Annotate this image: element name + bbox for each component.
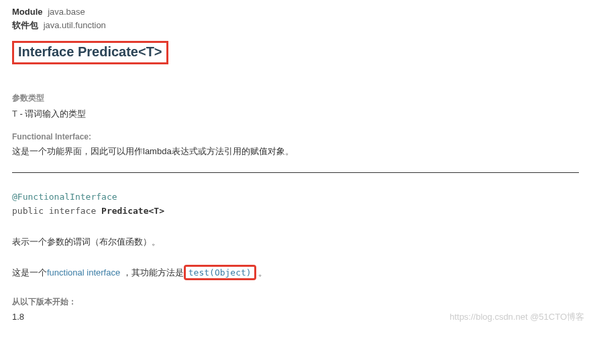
type-param-desc: - 谓词输入的类型 bbox=[17, 109, 87, 119]
annotation-link[interactable]: @FunctionalInterface bbox=[12, 190, 579, 204]
divider bbox=[12, 172, 579, 173]
package-link[interactable]: java.util.function bbox=[44, 20, 106, 30]
since-label: 从以下版本开始： bbox=[12, 296, 579, 308]
module-line: Module java.base bbox=[12, 7, 579, 17]
module-link[interactable]: java.base bbox=[48, 7, 85, 17]
type-params-label: 参数类型 bbox=[12, 93, 579, 104]
desc2-mid: ，其功能方法是 bbox=[120, 267, 184, 278]
page-title: Interface Predicate<T> bbox=[18, 44, 162, 60]
functional-interface-link[interactable]: functional interface bbox=[47, 267, 120, 278]
type-param-name: T bbox=[12, 109, 17, 119]
signature-name: Predicate<T> bbox=[101, 206, 164, 216]
package-line: 软件包 java.util.function bbox=[12, 19, 579, 32]
type-param-line: T - 谓词输入的类型 bbox=[12, 108, 579, 120]
desc2-suffix: 。 bbox=[256, 267, 268, 278]
description-1: 表示一个参数的谓词（布尔值函数）。 bbox=[12, 236, 579, 248]
method-highlight-box: test(Object) bbox=[184, 265, 256, 280]
functional-interface-label: Functional Interface: bbox=[12, 132, 579, 141]
package-label: 软件包 bbox=[12, 20, 38, 30]
watermark: https://blog.csdn.net @51CTO博客 bbox=[449, 311, 584, 323]
title-highlight-box: Interface Predicate<T> bbox=[12, 41, 168, 64]
signature-block: @FunctionalInterface public interface Pr… bbox=[12, 190, 579, 219]
description-2: 这是一个functional interface ，其功能方法是test(Obj… bbox=[12, 267, 579, 279]
module-label: Module bbox=[12, 7, 43, 17]
signature-prefix: public interface bbox=[12, 206, 101, 216]
test-method-link[interactable]: test(Object) bbox=[189, 267, 252, 278]
functional-interface-desc: 这是一个功能界面，因此可以用作lambda表达式或方法引用的赋值对象。 bbox=[12, 145, 579, 158]
desc2-prefix: 这是一个 bbox=[12, 267, 47, 278]
signature-line: public interface Predicate<T> bbox=[12, 204, 579, 219]
